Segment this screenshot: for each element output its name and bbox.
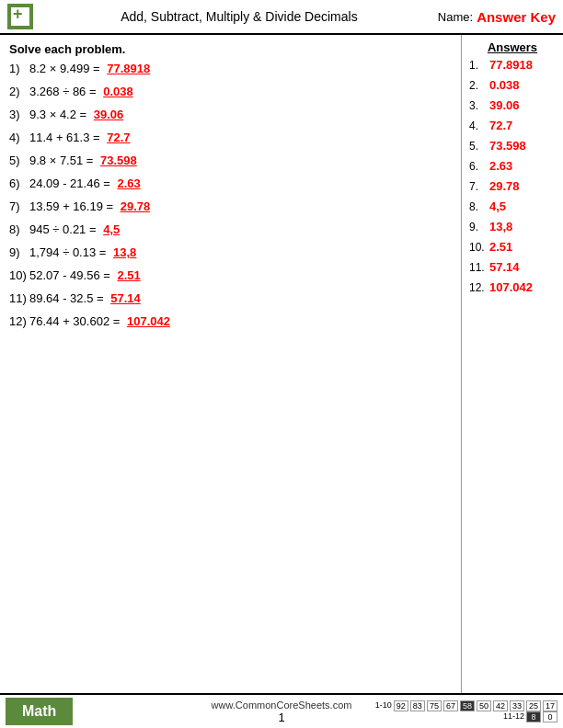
problem-row: 2) 3.268 ÷ 86 = 0.038 xyxy=(9,85,452,98)
answers-container: 1. 77.8918 2. 0.038 3. 39.06 4. 72.7 5. … xyxy=(469,58,556,294)
problem-text: 9.3 × 4.2 = 39.06 xyxy=(29,108,452,121)
problem-num: 10) xyxy=(9,268,29,282)
problem-row: 1) 8.2 × 9.499 = 77.8918 xyxy=(9,62,452,75)
problem-text: 76.44 + 30.602 = 107.042 xyxy=(29,314,452,328)
stats-row1-label: 1-10 xyxy=(375,700,392,711)
stat-8: 8 xyxy=(526,711,541,722)
answer-blank: 72.7 xyxy=(107,131,130,144)
header-title: Add, Subtract, Multiply & Divide Decimal… xyxy=(40,9,438,24)
problem-text: 89.64 - 32.5 = 57.14 xyxy=(29,291,452,305)
problem-text: 8.2 × 9.499 = 77.8918 xyxy=(29,62,452,75)
answer-key-row: 3. 39.06 xyxy=(469,98,556,112)
answer-key-num: 11. xyxy=(469,261,489,274)
content-area: Solve each problem. 1) 8.2 × 9.499 = 77.… xyxy=(0,35,563,693)
problem-row: 8) 945 ÷ 0.21 = 4,5 xyxy=(9,222,452,236)
answer-key-label: Answer Key xyxy=(477,9,556,25)
answer-key-val: 4,5 xyxy=(489,199,506,213)
answer-key-val: 2.51 xyxy=(489,240,512,254)
answer-blank: 2.63 xyxy=(117,176,140,190)
stat-67: 67 xyxy=(443,700,458,711)
answer-key-num: 4. xyxy=(469,119,489,132)
answer-key-num: 8. xyxy=(469,200,489,213)
answer-blank: 57.14 xyxy=(110,291,141,305)
problem-row: 9) 1,794 ÷ 0.13 = 13,8 xyxy=(9,245,452,259)
answer-key-row: 7. 29.78 xyxy=(469,179,556,193)
problem-text: 11.4 + 61.3 = 72.7 xyxy=(29,131,452,144)
answer-blank: 4,5 xyxy=(103,222,120,236)
answer-key-row: 9. 13,8 xyxy=(469,220,556,233)
stat-83: 83 xyxy=(410,700,425,711)
answer-key-num: 12. xyxy=(469,281,489,294)
answer-key-val: 107.042 xyxy=(489,280,533,294)
problem-num: 8) xyxy=(9,222,29,236)
problem-row: 10) 52.07 - 49.56 = 2.51 xyxy=(9,268,452,282)
answer-key-num: 10. xyxy=(469,241,489,254)
plus-icon xyxy=(11,7,29,26)
problem-num: 4) xyxy=(9,131,29,144)
answer-key-row: 4. 72.7 xyxy=(469,119,556,132)
answer-blank: 73.598 xyxy=(100,154,137,167)
problem-num: 11) xyxy=(9,291,29,305)
answer-key-val: 57.14 xyxy=(489,260,520,274)
footer-page: 1 xyxy=(278,711,284,724)
problem-num: 9) xyxy=(9,245,29,259)
answer-key-row: 11. 57.14 xyxy=(469,260,556,274)
problem-row: 7) 13.59 + 16.19 = 29.78 xyxy=(9,199,452,213)
answer-key-num: 5. xyxy=(469,140,489,153)
answer-blank: 0.038 xyxy=(103,85,133,98)
stat-58: 58 xyxy=(460,700,475,711)
answer-blank: 39.06 xyxy=(94,108,124,121)
answer-key-val: 77.8918 xyxy=(489,58,533,72)
footer-stats-row1: 1-10 92 83 75 67 58 50 42 33 25 17 xyxy=(375,700,557,711)
problem-text: 9.8 × 7.51 = 73.598 xyxy=(29,154,452,167)
answer-blank: 2.51 xyxy=(117,268,140,282)
problems-section: Solve each problem. 1) 8.2 × 9.499 = 77.… xyxy=(0,35,462,693)
stat-33: 33 xyxy=(510,700,524,711)
answer-blank: 29.78 xyxy=(121,199,151,213)
answer-blank: 13,8 xyxy=(113,245,136,259)
answer-key-val: 72.7 xyxy=(489,119,512,132)
answer-key-val: 13,8 xyxy=(489,220,512,233)
stat-0: 0 xyxy=(543,711,557,722)
page: Add, Subtract, Multiply & Divide Decimal… xyxy=(0,0,563,728)
problem-num: 6) xyxy=(9,176,29,190)
problem-text: 1,794 ÷ 0.13 = 13,8 xyxy=(29,245,452,259)
footer-url: www.CommonCoreSheets.com xyxy=(212,700,352,711)
problem-text: 24.09 - 21.46 = 2.63 xyxy=(29,176,452,190)
answer-key-val: 0.038 xyxy=(489,78,520,92)
answer-key-title: Answers xyxy=(469,40,556,54)
problem-num: 2) xyxy=(9,85,29,98)
stat-75: 75 xyxy=(427,700,442,711)
problem-text: 13.59 + 16.19 = 29.78 xyxy=(29,199,452,213)
answer-key-row: 1. 77.8918 xyxy=(469,58,556,72)
stat-92: 92 xyxy=(394,700,408,711)
stats-row2-label: 11-12 xyxy=(503,711,524,722)
header-icon xyxy=(7,4,33,29)
answer-key-val: 39.06 xyxy=(489,98,520,112)
stat-17: 17 xyxy=(543,700,557,711)
answer-key-num: 2. xyxy=(469,79,489,92)
footer-right: 1-10 92 83 75 67 58 50 42 33 25 17 11-12… xyxy=(375,700,557,722)
stat-25: 25 xyxy=(526,700,541,711)
problem-num: 7) xyxy=(9,199,29,213)
answer-key-row: 12. 107.042 xyxy=(469,280,556,294)
footer: Math www.CommonCoreSheets.com 1 1-10 92 … xyxy=(0,693,563,728)
problem-text: 3.268 ÷ 86 = 0.038 xyxy=(29,85,452,98)
answer-key-row: 6. 2.63 xyxy=(469,159,556,173)
header: Add, Subtract, Multiply & Divide Decimal… xyxy=(0,0,563,35)
stat-50: 50 xyxy=(477,700,491,711)
problem-num: 12) xyxy=(9,314,29,328)
answer-key-row: 10. 2.51 xyxy=(469,240,556,254)
math-label: Math xyxy=(6,698,73,725)
footer-center: www.CommonCoreSheets.com 1 xyxy=(212,700,352,724)
problem-text: 945 ÷ 0.21 = 4,5 xyxy=(29,222,452,236)
answer-key-num: 7. xyxy=(469,180,489,193)
answer-key-num: 3. xyxy=(469,99,489,112)
answer-key-num: 6. xyxy=(469,160,489,173)
answer-key-row: 2. 0.038 xyxy=(469,78,556,92)
problem-num: 1) xyxy=(9,62,29,75)
answer-key-row: 5. 73.598 xyxy=(469,139,556,153)
answer-key-section: Answers 1. 77.8918 2. 0.038 3. 39.06 4. … xyxy=(462,35,563,693)
problem-row: 5) 9.8 × 7.51 = 73.598 xyxy=(9,154,452,167)
instruction: Solve each problem. xyxy=(9,42,452,56)
